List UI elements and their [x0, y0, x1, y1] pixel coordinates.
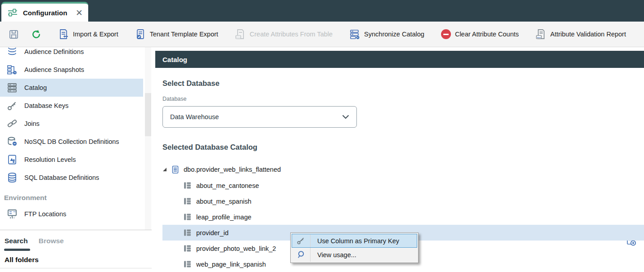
chain-icon [7, 118, 18, 129]
sidebar-item-resolution-levels[interactable]: Resolution Levels [0, 151, 152, 169]
synchronize-catalog-label: Synchronize Catalog [364, 31, 424, 38]
save-button[interactable] [9, 29, 19, 40]
tab-browse[interactable]: Browse [39, 237, 64, 245]
sidebar-item-label: Database Keys [24, 102, 68, 109]
nosql-db-icon [7, 136, 18, 147]
tree-column-label: provider_photo_web_link_2 [196, 245, 276, 252]
tab-bar: Configuration ✕ [0, 0, 644, 22]
sidebar-item-catalog[interactable]: Catalog [0, 79, 143, 97]
tree-column-label: leap_profile_image [196, 214, 252, 221]
tree-column-row[interactable]: about_me_cantonese [162, 178, 644, 193]
panel-title: Catalog [162, 56, 187, 63]
sidebar-item-database-keys[interactable]: Database Keys [0, 97, 152, 115]
tree-node-table[interactable]: dbo.provider_web_links_flattened [162, 161, 644, 178]
column-icon [183, 244, 192, 253]
sidebar-item-nosql-db-collection-definitions[interactable]: NoSQL DB Collection Definitions [0, 133, 152, 151]
snapshot-icon [7, 64, 18, 75]
sidebar-item-audience-snapshots[interactable]: Audience Snapshots [0, 61, 152, 79]
synchronize-catalog-button[interactable]: Synchronize Catalog [349, 29, 424, 40]
sidebar-subtabs: Search Browse [0, 230, 152, 251]
tab-search[interactable]: Search [5, 237, 28, 245]
sidebar-item-label: Audience Snapshots [24, 66, 84, 73]
table-document-icon [171, 165, 180, 174]
sidebar-scrollbar-thumb[interactable] [145, 93, 151, 136]
document-check-icon [135, 29, 146, 40]
sidebar-item-label: NoSQL DB Collection Definitions [24, 138, 119, 145]
tab-configuration[interactable]: Configuration ✕ [1, 2, 88, 22]
context-menu: Use Column as Primary Key View usage... [290, 232, 419, 263]
sidebar-item-label: SQL Database Definitions [24, 174, 99, 181]
key-icon [7, 100, 18, 111]
db-stack-icon [7, 47, 18, 57]
all-folders-item[interactable]: All folders [0, 251, 152, 268]
panel-title-bar: Catalog [155, 51, 644, 68]
tenant-template-export-label: Tenant Template Export [150, 31, 218, 38]
sidebar-item-label: Audience Definitions [24, 48, 84, 55]
database-label: Database [162, 96, 187, 102]
sidebar-item-label: FTP Locations [24, 210, 66, 218]
save-icon [9, 29, 19, 40]
tree-column-label: web_page_link_spanish [196, 261, 266, 268]
column-icon [183, 260, 192, 268]
tree-node-label: dbo.provider_web_links_flattened [184, 166, 281, 173]
create-attributes-from-table-button[interactable]: Create Attributes From Table [235, 29, 333, 40]
tree-column-row[interactable]: leap_profile_image [162, 209, 644, 225]
attribute-validation-report-button[interactable]: Attribute Validation Report [536, 29, 626, 40]
document-table-icon [235, 29, 246, 40]
sidebar-item-sql-database-definitions[interactable]: SQL Database Definitions [0, 169, 152, 187]
import-export-button[interactable]: Import & Export [58, 29, 118, 40]
ftp-server-icon [7, 209, 18, 219]
sql-db-icon [7, 172, 18, 183]
resolution-icon [7, 154, 18, 165]
sidebar: Audience Definitions Audience Snapshots [0, 47, 152, 230]
sidebar-item-audience-definitions[interactable]: Audience Definitions [0, 47, 152, 61]
tree-column-label: about_me_cantonese [196, 182, 259, 189]
app-window: Configuration ✕ [0, 0, 644, 272]
column-icon [183, 197, 192, 205]
tree-column-row[interactable]: about_me_spanish [162, 193, 644, 209]
sidebar-item-joins[interactable]: Joins [0, 115, 152, 133]
sidebar-section-environment: Environment [0, 191, 152, 205]
sliders-icon [7, 8, 18, 18]
search-tab-underline [4, 249, 30, 251]
tree-column-label: provider_id [196, 229, 229, 236]
import-export-label: Import & Export [73, 31, 118, 38]
minus-circle-icon [441, 29, 451, 39]
server-sync-icon [349, 29, 360, 40]
refresh-icon [31, 29, 41, 40]
document-arrow-icon [58, 29, 69, 40]
server-icon [7, 82, 18, 93]
menu-item-use-column-as-primary-key[interactable]: Use Column as Primary Key [292, 234, 417, 248]
selected-database-catalog-heading: Selected Database Catalog [162, 143, 257, 152]
close-icon[interactable]: ✕ [76, 9, 83, 17]
attribute-validation-report-label: Attribute Validation Report [550, 31, 626, 38]
toolbar: Import & Export Tenant Template Export [0, 22, 644, 47]
refresh-button[interactable] [31, 29, 41, 40]
select-database-heading: Select Database [162, 79, 220, 88]
create-attributes-from-table-label: Create Attributes From Table [250, 31, 333, 38]
tree-column-label: about_me_spanish [196, 198, 252, 205]
sidebar-item-label: Resolution Levels [24, 156, 76, 163]
database-select[interactable]: Data Warehouse [162, 106, 357, 128]
expand-triangle-icon[interactable] [162, 167, 167, 172]
magnifier-icon [292, 248, 311, 262]
chevron-down-icon [342, 115, 349, 119]
document-report-icon [536, 29, 546, 40]
clear-attribute-counts-label: Clear Attribute Counts [455, 31, 519, 38]
column-icon [183, 181, 192, 190]
column-icon [183, 213, 192, 221]
menu-item-label: View usage... [311, 251, 356, 259]
tab-title: Configuration [23, 9, 71, 17]
database-select-value: Data Warehouse [170, 113, 219, 120]
sidebar-item-label: Catalog [24, 84, 47, 91]
sidebar-scrollbar-track[interactable] [145, 47, 151, 230]
clear-attribute-counts-button[interactable]: Clear Attribute Counts [441, 29, 519, 39]
sidebar-item-ftp-locations[interactable]: FTP Locations [0, 205, 152, 223]
menu-item-view-usage[interactable]: View usage... [292, 248, 417, 262]
menu-item-label: Use Column as Primary Key [311, 237, 399, 245]
primary-key-icon [292, 234, 311, 248]
sidebar-item-label: Joins [24, 120, 40, 127]
tenant-template-export-button[interactable]: Tenant Template Export [135, 29, 218, 40]
column-icon [183, 228, 192, 237]
